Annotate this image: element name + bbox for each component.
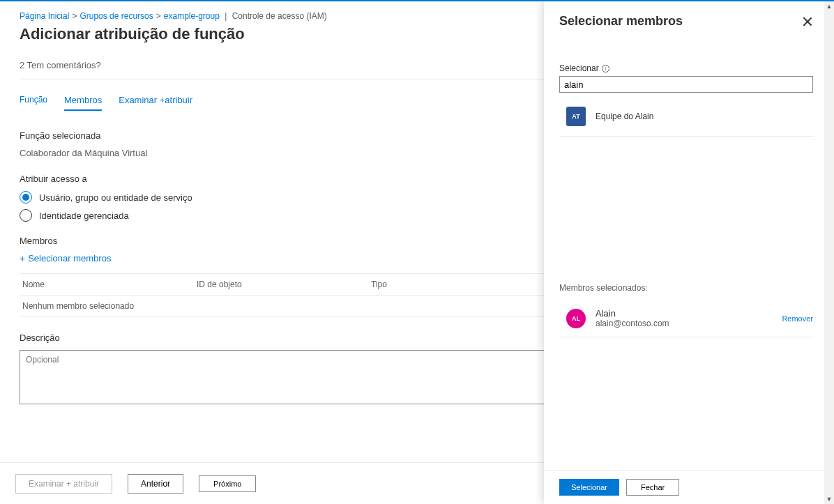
radio-icon (20, 191, 32, 204)
breadcrumb-home[interactable]: Página Inicial (20, 11, 69, 21)
member-search-input[interactable] (559, 76, 813, 93)
col-header-name: Nome (22, 280, 197, 289)
remove-member-link[interactable]: Remover (782, 314, 813, 323)
next-button[interactable]: Próximo (199, 475, 256, 492)
select-members-text: Selecionar membros (28, 253, 111, 264)
select-members-panel: Selecionar membros Selecionar i AT Equip… (544, 1, 834, 504)
panel-title: Selecionar membros (559, 14, 683, 29)
close-icon[interactable] (802, 16, 813, 27)
select-field-label: Selecionar i (559, 63, 813, 73)
breadcrumb-iam: Controle de acesso (IAM) (232, 11, 327, 21)
panel-scrollbar[interactable]: ▲ ▼ (824, 1, 834, 504)
select-members-link[interactable]: + Selecionar membros (20, 253, 111, 264)
tab-members[interactable]: Membros (64, 95, 102, 111)
selected-member-name: Alain (596, 308, 772, 319)
info-icon[interactable]: i (602, 65, 609, 72)
tab-review[interactable]: Examinar +atribuir (119, 95, 192, 111)
panel-select-button[interactable]: Selecionar (559, 479, 619, 496)
tab-role[interactable]: Função (20, 95, 47, 111)
col-header-id: ID de objeto (197, 280, 371, 289)
search-result-item[interactable]: AT Equipe do Alain (559, 102, 813, 137)
selected-members-label: Membros selecionados: (559, 283, 813, 293)
scroll-down-icon[interactable]: ▼ (826, 496, 833, 503)
breadcrumb-groups[interactable]: Grupos de recursos (79, 11, 153, 21)
radio-icon (20, 209, 32, 222)
panel-close-button[interactable]: Fechar (626, 479, 679, 496)
user-avatar-icon: AL (566, 309, 586, 328)
breadcrumb-group-name[interactable]: example-group (164, 11, 220, 21)
panel-footer: Selecionar Fechar (544, 470, 834, 504)
scroll-up-icon[interactable]: ▲ (826, 3, 833, 10)
radio-label: Identidade gerenciada (39, 211, 129, 221)
plus-icon: + (20, 254, 25, 264)
selected-member-email: alain@contoso.com (596, 319, 772, 328)
search-result-name: Equipe do Alain (596, 112, 653, 121)
radio-label: Usuário, grupo ou entidade de serviço (39, 192, 192, 203)
review-assign-button: Examinar + atribuir (15, 474, 112, 494)
group-avatar-icon: AT (566, 107, 586, 126)
previous-button[interactable]: Anterior (128, 474, 183, 494)
selected-member-item: AL Alain alain@contoso.com Remover (559, 303, 813, 337)
